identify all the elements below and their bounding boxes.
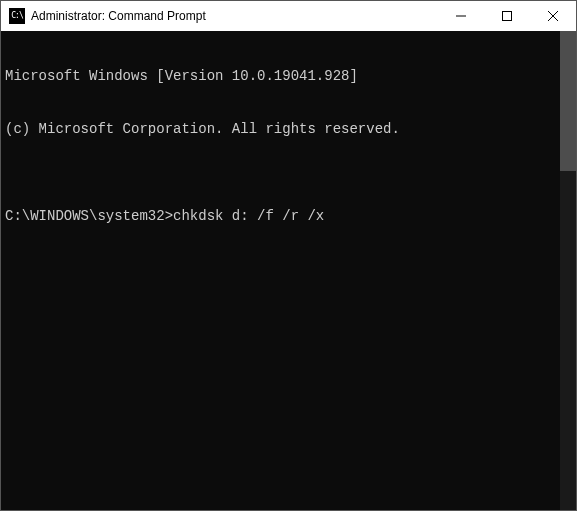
window-controls (438, 1, 576, 31)
app-icon: C:\ (9, 8, 25, 24)
minimize-button[interactable] (438, 1, 484, 31)
command-prompt-window: C:\ Administrator: Command Prompt (0, 0, 577, 511)
app-icon-text: C:\ (11, 12, 22, 20)
command-input[interactable]: chkdsk d: /f /r /x (173, 208, 324, 226)
window-title: Administrator: Command Prompt (31, 9, 438, 23)
scrollbar-track[interactable] (560, 31, 576, 510)
scrollbar-thumb[interactable] (560, 31, 576, 171)
maximize-button[interactable] (484, 1, 530, 31)
titlebar[interactable]: C:\ Administrator: Command Prompt (1, 1, 576, 31)
console-line: Microsoft Windows [Version 10.0.19041.92… (5, 68, 572, 86)
maximize-icon (502, 11, 512, 21)
minimize-icon (456, 11, 466, 21)
svg-rect-1 (503, 12, 512, 21)
console-line: (c) Microsoft Corporation. All rights re… (5, 121, 572, 139)
prompt-line: C:\WINDOWS\system32>chkdsk d: /f /r /x (5, 208, 572, 226)
prompt-path: C:\WINDOWS\system32> (5, 208, 173, 226)
close-button[interactable] (530, 1, 576, 31)
console-output[interactable]: Microsoft Windows [Version 10.0.19041.92… (1, 31, 576, 510)
close-icon (548, 11, 558, 21)
